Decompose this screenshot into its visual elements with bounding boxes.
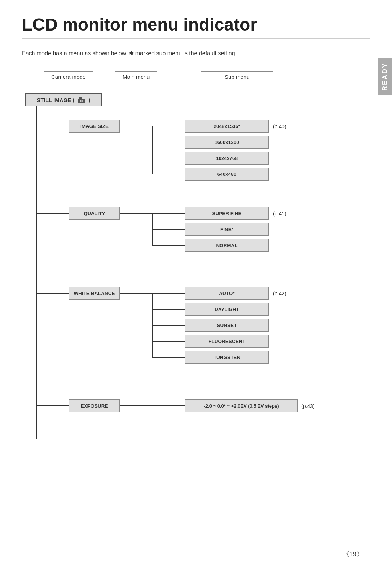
sub-menu-1024x768: 1024x768 bbox=[185, 152, 269, 165]
page: READY LCD monitor menu indicator Each mo… bbox=[0, 0, 392, 573]
ref-white-balance: (p.42) bbox=[273, 291, 286, 296]
still-image-box: STILL IMAGE ( ) bbox=[25, 93, 102, 106]
sub-menu-exposure-value: -2.0 ~ 0.0* ~ +2.0EV (0.5 EV steps) bbox=[185, 399, 298, 412]
page-number: 《19》 bbox=[343, 550, 363, 558]
still-image-label: STILL IMAGE ( bbox=[37, 97, 75, 103]
ref-exposure: (p.43) bbox=[301, 403, 315, 409]
sub-menu-auto: AUTO* bbox=[185, 287, 269, 300]
sub-menu-normal: NORMAL bbox=[185, 239, 269, 252]
sub-menu-super-fine: SUPER FINE bbox=[185, 207, 269, 220]
sub-menu-header: Sub menu bbox=[201, 71, 273, 82]
main-menu-white-balance: WHITE BALANCE bbox=[69, 287, 120, 300]
main-menu-header: Main menu bbox=[115, 71, 157, 82]
sub-menu-2048x1536: 2048x1536* bbox=[185, 120, 269, 133]
ready-tab: READY bbox=[378, 58, 392, 95]
sub-menu-tungsten: TUNGSTEN bbox=[185, 351, 269, 364]
sub-menu-daylight: DAYLIGHT bbox=[185, 303, 269, 316]
still-image-label-end: ) bbox=[88, 97, 90, 103]
sub-menu-fine: FINE* bbox=[185, 223, 269, 236]
camera-mode-header: Camera mode bbox=[44, 71, 93, 82]
sub-menu-640x480: 640x480 bbox=[185, 168, 269, 181]
main-menu-quality: QUALITY bbox=[69, 207, 120, 220]
main-menu-exposure: EXPOSURE bbox=[69, 399, 120, 412]
sub-menu-sunset: SUNSET bbox=[185, 319, 269, 332]
sub-menu-fluorescent: FLUORESCENT bbox=[185, 335, 269, 348]
column-headers: Camera mode Main menu Sub menu bbox=[44, 71, 370, 82]
page-title: LCD monitor menu indicator bbox=[22, 15, 370, 39]
sub-menu-1600x1200: 1600x1200 bbox=[185, 136, 269, 149]
intro-text: Each mode has a menu as shown below. ✱ m… bbox=[22, 50, 370, 57]
ref-quality: (p.41) bbox=[273, 211, 286, 217]
svg-rect-26 bbox=[79, 97, 82, 99]
camera-icon bbox=[77, 97, 85, 103]
main-menu-image-size: IMAGE SIZE bbox=[69, 120, 120, 133]
diagram: STILL IMAGE ( ) IMAGE SIZE 2048x1536* (p… bbox=[22, 90, 348, 471]
ref-image-size: (p.40) bbox=[273, 124, 286, 129]
svg-point-28 bbox=[81, 100, 82, 102]
